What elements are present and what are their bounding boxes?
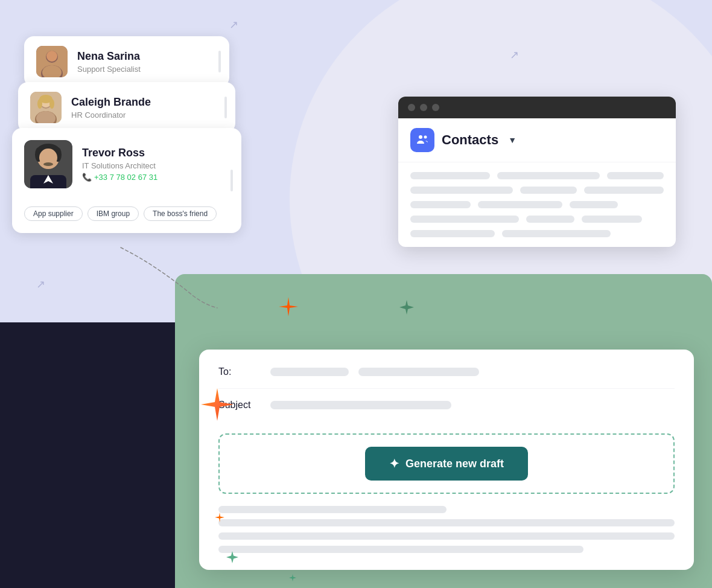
contact-name-nena: Nena Sarina xyxy=(77,50,141,63)
email-compose-panel: To: Subject ✦ Generate new draft xyxy=(199,350,694,570)
sparkle-green-small xyxy=(288,574,297,584)
row-block xyxy=(502,230,611,237)
sparkle-orange-large xyxy=(278,296,299,322)
contact-role-caleigh: HR Coordinator xyxy=(71,110,151,120)
row-block xyxy=(497,172,600,179)
contact-card-trevor[interactable]: Trevor Ross IT Solutions Architect 📞 +33… xyxy=(12,128,241,233)
svg-point-12 xyxy=(49,99,54,109)
card-trevor-top: Trevor Ross IT Solutions Architect 📞 +33… xyxy=(24,140,229,188)
avatar-caleigh xyxy=(30,92,62,123)
row-block xyxy=(478,201,562,208)
contacts-app-icon xyxy=(410,128,434,152)
panel-titlebar xyxy=(398,97,676,118)
background-bottom-left xyxy=(0,322,187,588)
email-body-rows xyxy=(218,506,675,553)
row-block xyxy=(582,216,642,223)
row-block xyxy=(570,201,618,208)
scroll-handle-2 xyxy=(224,97,227,118)
contact-info-nena: Nena Sarina Support Specialist xyxy=(77,50,141,74)
avatar-nena xyxy=(36,46,68,77)
tag-ibm-group[interactable]: IBM group xyxy=(87,206,139,221)
panel-header: Contacts ▼ xyxy=(398,118,676,162)
svg-point-11 xyxy=(37,99,42,109)
sparkle-btn-icon: ✦ xyxy=(389,456,399,471)
svg-point-19 xyxy=(43,162,53,166)
subject-value xyxy=(270,401,451,409)
to-value-1 xyxy=(270,368,349,376)
contact-info-trevor: Trevor Ross IT Solutions Architect 📞 +33… xyxy=(82,147,157,182)
deco-arrow-1: ↗ xyxy=(229,18,238,31)
sparkle-green-medium xyxy=(226,551,239,566)
panel-row-3 xyxy=(410,201,664,208)
contact-phone-trevor: 📞 +33 7 78 02 67 31 xyxy=(82,173,157,182)
phone-icon: 📞 xyxy=(82,173,92,182)
row-block xyxy=(410,187,513,194)
tags-row-trevor: App supplier IBM group The boss's friend xyxy=(24,206,217,221)
sparkle-green-large xyxy=(398,299,415,318)
contact-role-trevor: IT Solutions Architect xyxy=(82,161,157,170)
row-block xyxy=(410,172,490,179)
deco-arrow-2: ↗ xyxy=(510,48,519,62)
cards-container: Nena Sarina Support Specialist Caleigh B… xyxy=(12,36,241,233)
contact-name-trevor: Trevor Ross xyxy=(82,147,157,159)
tag-boss-friend[interactable]: The boss's friend xyxy=(144,206,217,221)
svg-point-3 xyxy=(46,51,57,62)
generate-btn-label: Generate new draft xyxy=(405,458,504,470)
panel-row-5 xyxy=(410,230,664,237)
tag-app-supplier[interactable]: App supplier xyxy=(24,206,83,221)
body-row-2 xyxy=(218,519,675,526)
row-block xyxy=(584,187,664,194)
contact-card-nena[interactable]: Nena Sarina Support Specialist xyxy=(24,36,229,87)
avatar-trevor xyxy=(24,140,72,188)
body-row-1 xyxy=(218,506,447,513)
svg-point-23 xyxy=(424,136,427,139)
body-row-3 xyxy=(218,532,675,540)
svg-point-22 xyxy=(419,135,422,139)
row-block xyxy=(607,172,664,179)
contact-name-caleigh: Caleigh Brande xyxy=(71,96,151,109)
titlebar-dot-3 xyxy=(432,104,439,111)
scroll-handle-1 xyxy=(218,51,221,72)
panel-row-2 xyxy=(410,187,664,194)
to-value-2 xyxy=(358,368,479,376)
sparkle-orange-small xyxy=(214,512,225,525)
row-block xyxy=(526,216,574,223)
row-block xyxy=(410,201,471,208)
chevron-down-icon[interactable]: ▼ xyxy=(508,135,517,145)
generate-btn-container: ✦ Generate new draft xyxy=(218,433,675,494)
dashed-connector xyxy=(109,241,229,314)
contact-role-nena: Support Specialist xyxy=(77,65,141,74)
panel-rows xyxy=(398,162,676,247)
contact-info-caleigh: Caleigh Brande HR Coordinator xyxy=(71,96,151,120)
scroll-handle-3 xyxy=(230,170,233,191)
generate-new-draft-button[interactable]: ✦ Generate new draft xyxy=(365,447,528,481)
row-block xyxy=(410,216,519,223)
sparkle-orange-medium xyxy=(199,386,235,425)
panel-row-4 xyxy=(410,216,664,223)
row-block xyxy=(520,187,577,194)
panel-row-1 xyxy=(410,172,664,179)
contacts-panel: Contacts ▼ xyxy=(398,97,676,247)
row-block xyxy=(410,230,495,237)
deco-arrow-3: ↗ xyxy=(36,278,45,291)
body-row-4 xyxy=(218,546,583,553)
panel-title: Contacts xyxy=(442,132,498,148)
contact-card-caleigh[interactable]: Caleigh Brande HR Coordinator xyxy=(18,82,235,133)
email-subject-row: Subject xyxy=(218,400,675,421)
titlebar-dot-2 xyxy=(420,104,427,111)
email-to-row: To: xyxy=(218,366,675,389)
to-label: To: xyxy=(218,366,261,377)
titlebar-dot-1 xyxy=(408,104,415,111)
